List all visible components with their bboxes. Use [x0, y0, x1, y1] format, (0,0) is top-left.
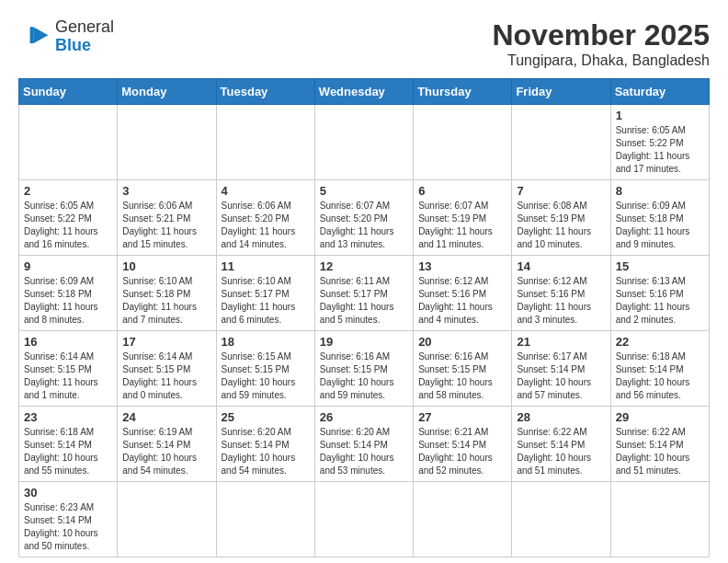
calendar-day-cell: 12Sunrise: 6:11 AM Sunset: 5:17 PM Dayli…: [314, 256, 413, 331]
calendar-header-wednesday: Wednesday: [314, 79, 413, 105]
day-number: 15: [616, 259, 704, 273]
day-number: 16: [24, 335, 112, 349]
calendar-day-cell: [118, 482, 216, 557]
calendar-day-cell: [314, 482, 413, 557]
calendar-day-cell: 21Sunrise: 6:17 AM Sunset: 5:14 PM Dayli…: [512, 331, 610, 407]
month-title: November 2025: [492, 18, 710, 52]
day-number: 2: [24, 184, 112, 198]
day-number: 7: [517, 184, 605, 198]
day-info: Sunrise: 6:16 AM Sunset: 5:15 PM Dayligh…: [418, 350, 506, 402]
day-number: 28: [517, 410, 605, 424]
day-number: 11: [222, 259, 310, 273]
calendar-day-cell: [512, 482, 610, 557]
day-number: 13: [418, 259, 506, 273]
calendar-day-cell: 1Sunrise: 6:05 AM Sunset: 5:22 PM Daylig…: [610, 105, 709, 180]
calendar-day-cell: 27Sunrise: 6:21 AM Sunset: 5:14 PM Dayli…: [414, 407, 512, 482]
calendar-day-cell: 19Sunrise: 6:16 AM Sunset: 5:15 PM Dayli…: [314, 331, 413, 407]
calendar-day-cell: 22Sunrise: 6:18 AM Sunset: 5:14 PM Dayli…: [610, 331, 709, 407]
day-number: 9: [24, 259, 112, 273]
calendar-day-cell: 15Sunrise: 6:13 AM Sunset: 5:16 PM Dayli…: [610, 256, 709, 331]
day-info: Sunrise: 6:08 AM Sunset: 5:19 PM Dayligh…: [517, 200, 605, 251]
calendar-week-row: 2Sunrise: 6:05 AM Sunset: 5:22 PM Daylig…: [19, 180, 710, 256]
calendar-day-cell: [216, 482, 314, 557]
day-info: Sunrise: 6:09 AM Sunset: 5:18 PM Dayligh…: [616, 200, 704, 251]
day-number: 23: [24, 410, 112, 424]
day-number: 1: [616, 109, 704, 122]
calendar-day-cell: 13Sunrise: 6:12 AM Sunset: 5:16 PM Dayli…: [414, 256, 512, 331]
day-number: 21: [517, 335, 605, 349]
calendar-day-cell: 26Sunrise: 6:20 AM Sunset: 5:14 PM Dayli…: [314, 407, 413, 482]
day-number: 17: [122, 335, 210, 349]
calendar-day-cell: 5Sunrise: 6:07 AM Sunset: 5:20 PM Daylig…: [314, 180, 413, 256]
location: Tungipara, Dhaka, Bangladesh: [492, 52, 710, 69]
day-info: Sunrise: 6:22 AM Sunset: 5:14 PM Dayligh…: [517, 426, 605, 477]
calendar-day-cell: 20Sunrise: 6:16 AM Sunset: 5:15 PM Dayli…: [414, 331, 512, 407]
title-area: November 2025 Tungipara, Dhaka, Banglade…: [492, 18, 710, 69]
logo-text: General Blue: [55, 18, 114, 55]
logo: General Blue: [18, 18, 114, 55]
day-info: Sunrise: 6:05 AM Sunset: 5:22 PM Dayligh…: [616, 124, 704, 176]
day-info: Sunrise: 6:06 AM Sunset: 5:20 PM Dayligh…: [222, 200, 310, 251]
calendar-day-cell: [414, 482, 512, 557]
day-info: Sunrise: 6:18 AM Sunset: 5:14 PM Dayligh…: [24, 426, 112, 477]
calendar-day-cell: 17Sunrise: 6:14 AM Sunset: 5:15 PM Dayli…: [118, 331, 216, 407]
day-number: 27: [418, 410, 506, 424]
calendar-day-cell: 24Sunrise: 6:19 AM Sunset: 5:14 PM Dayli…: [118, 407, 216, 482]
calendar-day-cell: 18Sunrise: 6:15 AM Sunset: 5:15 PM Dayli…: [216, 331, 314, 407]
calendar-day-cell: 10Sunrise: 6:10 AM Sunset: 5:18 PM Dayli…: [118, 256, 216, 331]
calendar-day-cell: [118, 105, 216, 180]
day-info: Sunrise: 6:17 AM Sunset: 5:14 PM Dayligh…: [517, 350, 605, 402]
day-info: Sunrise: 6:10 AM Sunset: 5:17 PM Dayligh…: [222, 275, 310, 327]
day-number: 14: [517, 259, 605, 273]
calendar-day-cell: 11Sunrise: 6:10 AM Sunset: 5:17 PM Dayli…: [216, 256, 314, 331]
svg-marker-0: [33, 27, 48, 43]
calendar-day-cell: [414, 105, 512, 180]
day-info: Sunrise: 6:14 AM Sunset: 5:15 PM Dayligh…: [24, 350, 112, 402]
calendar-header-friday: Friday: [512, 79, 610, 105]
day-number: 20: [418, 335, 506, 349]
day-number: 30: [24, 486, 112, 500]
day-number: 4: [222, 184, 310, 198]
calendar-day-cell: [512, 105, 610, 180]
day-info: Sunrise: 6:09 AM Sunset: 5:18 PM Dayligh…: [24, 275, 112, 327]
calendar-week-row: 9Sunrise: 6:09 AM Sunset: 5:18 PM Daylig…: [19, 256, 710, 331]
day-number: 19: [320, 335, 408, 349]
day-number: 8: [616, 184, 704, 198]
calendar-header-row: SundayMondayTuesdayWednesdayThursdayFrid…: [19, 79, 710, 105]
day-info: Sunrise: 6:21 AM Sunset: 5:14 PM Dayligh…: [418, 426, 506, 477]
day-info: Sunrise: 6:12 AM Sunset: 5:16 PM Dayligh…: [418, 275, 506, 327]
day-info: Sunrise: 6:20 AM Sunset: 5:14 PM Dayligh…: [320, 426, 408, 477]
calendar-day-cell: 7Sunrise: 6:08 AM Sunset: 5:19 PM Daylig…: [512, 180, 610, 256]
day-number: 22: [616, 335, 704, 349]
calendar-header-monday: Monday: [118, 79, 216, 105]
calendar-week-row: 23Sunrise: 6:18 AM Sunset: 5:14 PM Dayli…: [19, 407, 710, 482]
day-number: 10: [122, 259, 210, 273]
calendar-day-cell: 28Sunrise: 6:22 AM Sunset: 5:14 PM Dayli…: [512, 407, 610, 482]
svg-rect-1: [30, 27, 34, 43]
calendar-day-cell: 29Sunrise: 6:22 AM Sunset: 5:14 PM Dayli…: [610, 407, 709, 482]
day-number: 18: [222, 335, 310, 349]
day-info: Sunrise: 6:07 AM Sunset: 5:20 PM Dayligh…: [320, 200, 408, 251]
calendar-day-cell: 14Sunrise: 6:12 AM Sunset: 5:16 PM Dayli…: [512, 256, 610, 331]
day-number: 26: [320, 410, 408, 424]
day-number: 12: [320, 259, 408, 273]
day-info: Sunrise: 6:22 AM Sunset: 5:14 PM Dayligh…: [616, 426, 704, 477]
day-info: Sunrise: 6:20 AM Sunset: 5:14 PM Dayligh…: [222, 426, 310, 477]
calendar-day-cell: 9Sunrise: 6:09 AM Sunset: 5:18 PM Daylig…: [19, 256, 118, 331]
day-info: Sunrise: 6:12 AM Sunset: 5:16 PM Dayligh…: [517, 275, 605, 327]
calendar-header-sunday: Sunday: [19, 79, 118, 105]
calendar-day-cell: 4Sunrise: 6:06 AM Sunset: 5:20 PM Daylig…: [216, 180, 314, 256]
day-info: Sunrise: 6:13 AM Sunset: 5:16 PM Dayligh…: [616, 275, 704, 327]
day-info: Sunrise: 6:07 AM Sunset: 5:19 PM Dayligh…: [418, 200, 506, 251]
day-number: 5: [320, 184, 408, 198]
day-info: Sunrise: 6:23 AM Sunset: 5:14 PM Dayligh…: [24, 501, 112, 553]
day-info: Sunrise: 6:06 AM Sunset: 5:21 PM Dayligh…: [122, 200, 210, 251]
logo-icon: [18, 20, 51, 53]
calendar-week-row: 30Sunrise: 6:23 AM Sunset: 5:14 PM Dayli…: [19, 482, 710, 557]
day-info: Sunrise: 6:14 AM Sunset: 5:15 PM Dayligh…: [122, 350, 210, 402]
day-number: 24: [122, 410, 210, 424]
calendar-header-saturday: Saturday: [610, 79, 709, 105]
calendar-day-cell: [216, 105, 314, 180]
calendar-day-cell: [610, 482, 709, 557]
calendar-header-tuesday: Tuesday: [216, 79, 314, 105]
